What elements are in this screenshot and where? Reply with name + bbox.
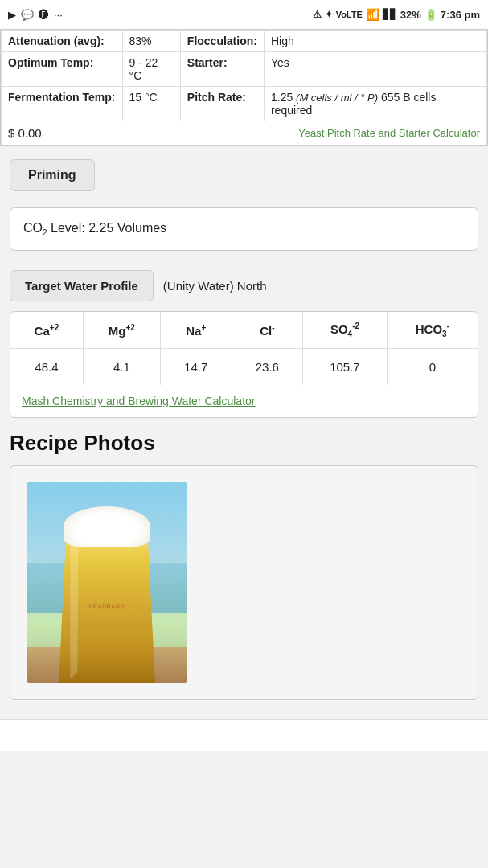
beer-brand-label: HEADBANG: [89, 604, 125, 609]
alert-icon: ⚠: [313, 9, 322, 20]
co2-level-box: CO2 Level: 2.25 Volumes: [10, 207, 478, 251]
bottom-navigation-bar: [0, 719, 488, 751]
cl-header: Cl-: [232, 312, 303, 349]
hco3-value: 0: [387, 349, 478, 386]
cl-value: 23.6: [232, 349, 303, 386]
co2-subscript: 2: [43, 228, 47, 237]
youtube-icon: ▶: [8, 9, 16, 21]
water-values-row: 48.4 4.1 14.7 23.6 105.7 0: [10, 349, 478, 386]
beer-glass: HEADBANG: [59, 506, 155, 683]
signal-icon: ▋▋: [383, 9, 397, 20]
flocculation-value: High: [264, 31, 486, 52]
cost-value: $ 0.00: [8, 126, 42, 140]
mg-header: Mg+2: [83, 312, 160, 349]
mg-value: 4.1: [83, 349, 160, 386]
water-profile-section: Target Water Profile (Unity Water) North: [0, 260, 488, 301]
status-left-icons: ▶ 💬 🅕 ···: [8, 9, 63, 21]
co2-label: CO2 Level: 2.25 Volumes: [23, 221, 166, 235]
wifi-icon: 📶: [366, 8, 379, 21]
more-icon: ···: [54, 9, 63, 21]
water-table-container: Ca+2 Mg+2 Na+ Cl- SO4-2 HCO3- 48.4 4.1 1…: [10, 311, 478, 418]
flipboard-icon: 🅕: [39, 9, 49, 21]
fermentation-temp-label: Fermentation Temp:: [2, 87, 123, 121]
attenuation-value: 83%: [122, 31, 180, 52]
bluetooth-icon: ✦: [325, 9, 333, 20]
battery-percentage: 32%: [400, 9, 421, 21]
status-right-icons: ⚠ ✦ VoLTE 📶 ▋▋ 32% 🔋 7:36 pm: [313, 8, 480, 21]
mash-calculator-link[interactable]: Mash Chemistry and Brewing Water Calcula…: [10, 385, 478, 417]
hco3-header: HCO3-: [387, 312, 478, 349]
clock: 7:36 pm: [441, 9, 480, 21]
ca-header: Ca+2: [10, 312, 83, 349]
message-icon: 💬: [21, 9, 34, 21]
volte-icon: VoLTE: [336, 10, 363, 19]
cost-row: $ 0.00 Yeast Pitch Rate and Starter Calc…: [1, 121, 487, 145]
starter-label: Starter:: [180, 52, 264, 87]
recipe-photos-title: Recipe Photos: [10, 431, 478, 456]
yeast-info-table: Attenuation (avg): 83% Flocculation: Hig…: [0, 29, 488, 146]
optimum-temp-row: Optimum Temp: 9 - 22 °C Starter: Yes: [2, 52, 487, 87]
na-value: 14.7: [160, 349, 232, 386]
beer-photo-wrapper: HEADBANG: [27, 482, 187, 683]
flocculation-label: Flocculation:: [180, 31, 264, 52]
yeast-calculator-link[interactable]: Yeast Pitch Rate and Starter Calculator: [298, 127, 480, 139]
ca-value: 48.4: [10, 349, 83, 386]
water-chemistry-table: Ca+2 Mg+2 Na+ Cl- SO4-2 HCO3- 48.4 4.1 1…: [10, 312, 478, 385]
na-header: Na+: [160, 312, 232, 349]
so4-header: SO4-2: [303, 312, 388, 349]
attenuation-row: Attenuation (avg): 83% Flocculation: Hig…: [2, 31, 487, 52]
fermentation-temp-value: 15 °C: [122, 87, 180, 121]
optimum-temp-label: Optimum Temp:: [2, 52, 123, 87]
pitch-rate-value: 1.25 (M cells / ml / ° P) 655 B cells re…: [264, 87, 486, 121]
fermentation-temp-row: Fermentation Temp: 15 °C Pitch Rate: 1.2…: [2, 87, 487, 121]
photo-container: HEADBANG: [10, 465, 478, 700]
water-table-header-row: Ca+2 Mg+2 Na+ Cl- SO4-2 HCO3-: [10, 312, 478, 349]
water-profile-button[interactable]: Target Water Profile: [10, 270, 154, 301]
glass-shine: [70, 530, 78, 679]
priming-section: Priming: [0, 146, 488, 198]
water-profile-name: (Unity Water) North: [163, 279, 267, 293]
attenuation-label: Attenuation (avg):: [2, 31, 123, 52]
pitch-rate-label: Pitch Rate:: [180, 87, 264, 121]
optimum-temp-value: 9 - 22 °C: [122, 52, 180, 87]
battery-icon: 🔋: [424, 9, 437, 21]
so4-value: 105.7: [303, 349, 388, 386]
recipe-photos-section: Recipe Photos HEADBANG: [0, 418, 488, 706]
priming-button[interactable]: Priming: [10, 159, 95, 191]
water-profile-header: Target Water Profile (Unity Water) North: [10, 270, 478, 301]
status-bar: ▶ 💬 🅕 ··· ⚠ ✦ VoLTE 📶 ▋▋ 32% 🔋 7:36 pm: [0, 0, 488, 29]
starter-value: Yes: [264, 52, 486, 87]
